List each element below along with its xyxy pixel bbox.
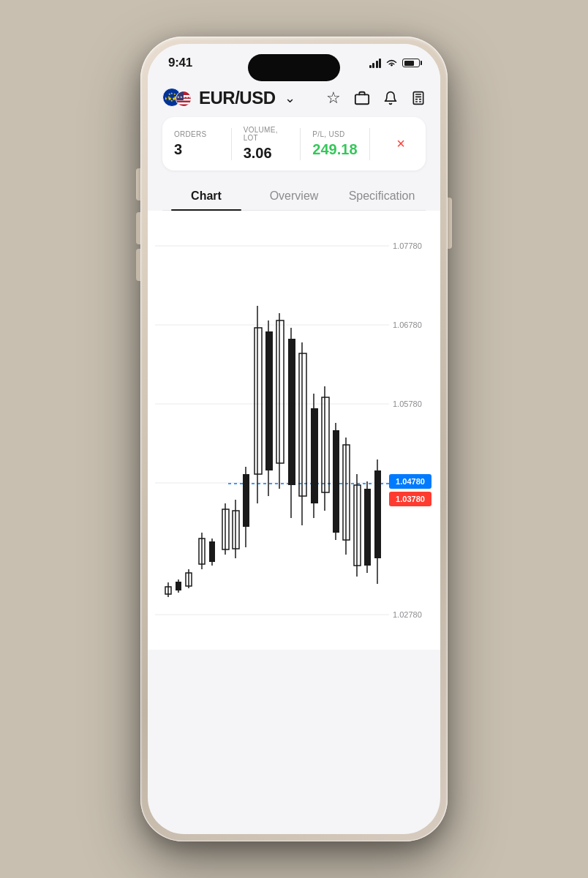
candlestick-chart[interactable]: 1.07780 1.06780 1.05780 1.02780 [148,211,440,650]
pl-value: 249.18 [312,141,358,158]
chart-area: 1.07780 1.06780 1.05780 1.02780 [148,211,440,650]
status-time: 9:41 [168,56,192,70]
battery-fill [404,61,414,66]
svg-text:1.07780: 1.07780 [393,241,422,250]
svg-rect-55 [276,320,284,463]
header-actions: ☆ [326,89,426,108]
pl-label: P/L, USD [312,130,358,138]
wifi-icon [385,59,398,68]
svg-text:1.06780: 1.06780 [393,320,422,329]
svg-rect-43 [209,541,215,562]
signal-bars-icon [369,58,382,68]
star-icon[interactable]: ☆ [326,89,341,108]
svg-rect-65 [333,430,339,533]
status-bar: 9:41 [148,44,440,76]
svg-rect-61 [311,408,318,503]
svg-text:1.05780: 1.05780 [393,399,422,408]
svg-rect-16 [355,94,369,104]
svg-rect-17 [413,92,423,105]
svg-text:1.04780: 1.04780 [396,477,425,486]
volume-label: VOLUME, LOT [244,126,289,142]
svg-rect-59 [299,353,306,496]
divider-2 [300,128,301,160]
battery-icon [402,59,420,67]
volume-value: 3.06 [244,145,289,162]
status-icons [369,58,421,68]
bar1 [369,65,372,68]
us-flag: ★★★★★★★★★★★★★★★★★★★★★★★★★★★★★★★★★★★★★★★★… [176,91,192,107]
svg-rect-51 [255,328,262,474]
svg-text:★★★★★★★★★★★★★★★★★★★★★★★★★★★★★★: ★★★★★★★★★★★★★★★★★★★★★★★★★★★★★★★★★★★★★★★★… [176,96,192,99]
svg-rect-53 [265,331,273,470]
svg-rect-57 [288,339,295,485]
svg-text:★: ★ [168,92,171,96]
currency-flags: ★★★★★★★★★★★★ ★ ★ ★ ★ ★ ★ ★ [162,88,192,108]
orders-item: ORDERS 3 [174,130,219,158]
divider-3 [369,128,370,160]
pl-item: P/L, USD 249.18 [312,130,358,158]
info-card: ORDERS 3 VOLUME, LOT 3.06 P/L, USD 249.1… [162,117,426,170]
pair-selector[interactable]: ★★★★★★★★★★★★ ★ ★ ★ ★ ★ ★ ★ [162,88,295,108]
volume-item: VOLUME, LOT 3.06 [244,126,289,162]
orders-value: 3 [174,141,219,158]
chevron-down-icon: ⌄ [284,90,295,106]
svg-text:1.03780: 1.03780 [396,495,425,503]
svg-rect-63 [322,397,329,492]
calculator-icon[interactable] [411,90,426,106]
svg-rect-71 [364,489,371,566]
dynamic-island [248,54,340,81]
svg-text:1.02780: 1.02780 [393,610,422,619]
tab-chart[interactable]: Chart [162,182,250,210]
app-content: ★★★★★★★★★★★★ ★ ★ ★ ★ ★ ★ ★ [148,76,440,211]
tabs-bar: Chart Overview Specification [162,182,426,211]
svg-rect-49 [243,474,249,527]
orders-label: ORDERS [174,130,219,138]
tab-specification[interactable]: Specification [338,182,426,210]
bar2 [372,63,374,68]
briefcase-icon[interactable] [354,90,370,106]
svg-rect-13 [176,102,192,105]
bell-icon[interactable] [383,90,398,106]
svg-rect-37 [176,582,181,590]
divider-1 [231,128,232,160]
bar4 [379,59,381,68]
header: ★★★★★★★★★★★★ ★ ★ ★ ★ ★ ★ ★ [162,76,426,117]
close-x-icon: × [396,135,405,152]
svg-rect-73 [374,470,381,558]
pair-name: EUR/USD [199,88,276,108]
tab-overview[interactable]: Overview [250,182,338,210]
close-button[interactable]: × [388,131,414,157]
bar3 [376,61,378,68]
